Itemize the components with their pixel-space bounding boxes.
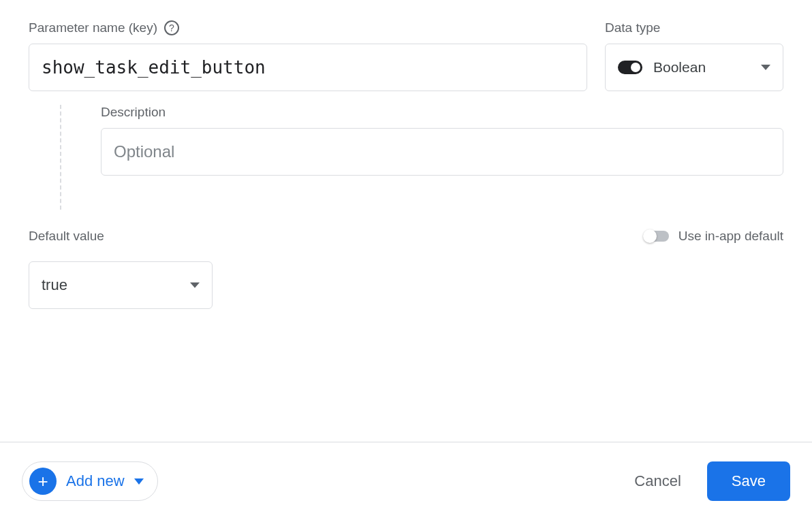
footer: + Add new Cancel Save: [0, 442, 812, 520]
default-value-section: Default value Use in-app default true: [29, 229, 783, 309]
data-type-value: Boolean: [653, 59, 706, 76]
parameter-name-input[interactable]: [29, 44, 587, 91]
default-value-text: true: [42, 276, 67, 294]
data-type-label: Data type: [605, 20, 660, 35]
boolean-icon: [618, 61, 642, 74]
description-label: Description: [101, 105, 166, 120]
cancel-button[interactable]: Cancel: [634, 472, 681, 490]
parameter-name-label: Parameter name (key): [29, 20, 157, 35]
default-value-label: Default value: [29, 229, 104, 244]
plus-icon: +: [29, 468, 57, 495]
data-type-group: Data type Boolean: [605, 20, 783, 91]
chevron-down-icon: [190, 282, 200, 288]
description-input[interactable]: [101, 128, 783, 176]
add-new-button[interactable]: + Add new: [22, 461, 158, 501]
default-value-select[interactable]: true: [29, 261, 213, 309]
chevron-down-icon: [134, 478, 144, 485]
use-in-app-default-toggle[interactable]: [644, 231, 669, 242]
description-section: Description: [60, 105, 783, 210]
chevron-down-icon: [761, 65, 770, 70]
help-icon[interactable]: ?: [164, 20, 179, 35]
parameter-name-group: Parameter name (key) ?: [29, 20, 587, 91]
use-in-app-default-label: Use in-app default: [678, 229, 783, 244]
save-button[interactable]: Save: [707, 461, 790, 501]
data-type-select[interactable]: Boolean: [605, 44, 783, 91]
add-new-label: Add new: [66, 472, 125, 490]
